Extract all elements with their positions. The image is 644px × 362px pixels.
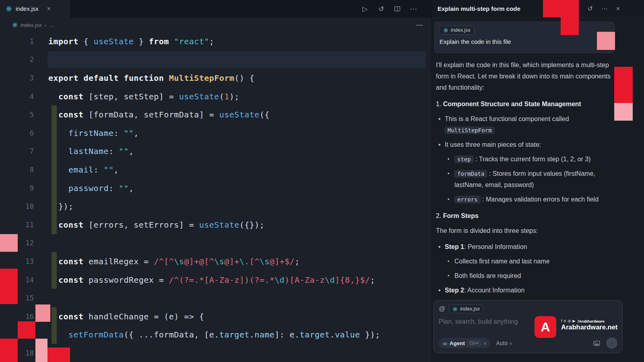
code-line[interactable]: 12 [0,234,431,253]
line-number: 1 [0,32,34,51]
mention-icon[interactable]: @ [439,305,445,313]
code-line[interactable]: 17 setFormData({ ...formData, [e.target.… [0,326,431,344]
code-line[interactable]: 4 const [step, setStep] = useState(1); [0,87,431,106]
caret-down-icon: ∨ [509,341,512,346]
code-line[interactable]: 13 const emailRegex = /^[^\s@]+@[^\s@]+\… [0,252,431,271]
line-number: 9 [0,179,34,197]
editor-toolbar: ▷ ↺ ⋯ [361,0,431,18]
editor-pane: index.jsx × ▷ ↺ ⋯ index.jsx › … — 1impor… [0,0,431,362]
code-text: lastName: "", [48,142,134,161]
code-text: const emailRegex = /^[^\s@]+@[^\s@]+\.[^… [48,252,300,271]
line-number: 4 [0,87,34,106]
line-number: 17 [0,326,34,344]
youtube-icon: ▶ [572,319,575,323]
user-message-card: index.jsx Explain the code in this file [434,22,615,53]
code-text: firstName: "", [48,124,139,142]
chevron-right-icon: › [45,22,47,28]
composer-actions-row: ∞ Agent Ctrl+I ∧ Auto ∨ ↑ [439,337,617,349]
code-line[interactable]: 9 password: "", [0,179,431,197]
line-number: 6 [0,124,34,142]
app-window: index.jsx × ▷ ↺ ⋯ index.jsx › … — 1impor… [0,0,644,362]
brand-handle: /Arabhardware [578,319,605,323]
code-line[interactable]: 11 const [errors, setErrors] = useState(… [0,216,431,234]
line-number: 13 [0,252,34,271]
model-selector[interactable]: Auto ∨ [496,340,512,346]
code-line[interactable]: 15 [0,289,431,307]
react-icon [6,6,12,12]
code-text: const passwordRegex = /^(?=.*[A-Za-z])(?… [48,271,375,289]
image-icon[interactable] [593,339,601,347]
line-number: 10 [0,197,34,216]
react-icon [443,28,448,33]
code-line[interactable]: 14 const passwordRegex = /^(?=.*[A-Za-z]… [0,271,431,289]
line-number: 16 [0,307,34,326]
code-text: const handleChange = (e) => { [48,307,204,326]
code-line[interactable]: 6 firstName: "", [0,124,431,142]
breadcrumb[interactable]: index.jsx › … [0,18,431,32]
fold-icon[interactable]: — [416,18,423,32]
brand-text: f X ◎ ▶ /Arabhardware Arabhardware.net [561,316,617,331]
line-number: 18 [0,344,34,362]
inline-code-chip: errors [454,196,481,203]
agent-mode-selector[interactable]: ∞ Agent Ctrl+I ∧ [439,338,490,348]
code-line[interactable]: 1import { useState } from "react"; [0,32,431,51]
model-label: Auto [496,340,508,346]
context-file-chip[interactable]: index.jsx [449,304,483,313]
code-line[interactable]: 10 }); [0,197,431,216]
x-icon: X [564,319,566,323]
response-heading: 1. Component Structure and State Managem… [436,99,620,110]
line-number: 8 [0,160,34,179]
agent-shortcut: Ctrl+I [467,341,481,346]
file-chip[interactable]: index.jsx [440,26,474,35]
response-bullet: This is a React functional component cal… [436,113,620,136]
code-line[interactable]: 7 lastName: "", [0,142,431,161]
response-bullet: Step 1: Personal Information [436,241,620,253]
breadcrumb-more[interactable]: … [49,22,55,28]
code-text: const [errors, setErrors] = useState({})… [48,216,264,234]
code-text: const [step, setStep] = useState(1); [48,87,239,106]
infinity-icon: ∞ [443,340,447,347]
arabhardware-logo: A [535,316,556,338]
close-tab-icon[interactable]: × [47,5,51,13]
code-editor[interactable]: 1import { useState } from "react";23expo… [0,32,431,362]
chat-title: Explain multi-step form code [438,5,520,12]
code-line[interactable]: 8 email: "", [0,160,431,179]
send-button[interactable]: ↑ [606,337,617,349]
line-number: 11 [0,216,34,234]
code-line[interactable]: 3export default function MultiStepForm()… [0,69,431,87]
chat-header: Explain multi-step form code ↺ ⋯ × [432,0,644,18]
chat-more-icon[interactable]: ⋯ [601,5,608,12]
code-text: export default function MultiStepForm() … [48,69,254,87]
response-bullet: errors : Manages validation errors for e… [436,194,620,205]
breadcrumb-file[interactable]: index.jsx [21,22,42,28]
tab-label: index.jsx [16,6,38,12]
arabhardware-watermark: A f X ◎ ▶ /Arabhardware Arabhardware.net [535,316,617,338]
response-bullet: Collects first name and last name [436,256,620,267]
line-number: 5 [0,105,34,124]
agent-label: Agent [450,340,465,346]
inline-code-chip: MultiStepForm [445,127,495,134]
response-paragraph: The form is divided into three steps: [436,225,620,237]
chat-history-icon[interactable]: ↺ [587,5,592,12]
code-text: email: "", [48,160,119,179]
response-bullet: formData : Stores form input values (fir… [436,168,620,191]
chat-close-icon[interactable]: × [616,5,620,12]
brand-socials: f X ◎ ▶ /Arabhardware [561,319,617,323]
line-number: 12 [0,234,34,253]
history-icon[interactable]: ↺ [378,5,385,12]
code-line[interactable]: 5 const [formData, setFormData] = useSta… [0,105,431,124]
code-line[interactable]: 18 [0,344,431,362]
line-number: 2 [0,51,34,69]
code-line[interactable]: 16 const handleChange = (e) => { [0,307,431,326]
code-text: setFormData({ ...formData, [e.target.nam… [48,326,380,344]
response-bullet: It uses three main pieces of state: [436,139,620,150]
more-actions-icon[interactable]: ⋯ [410,5,417,12]
facebook-icon: f [561,319,562,323]
assistant-response: I'll explain the code in this file, whic… [436,60,620,299]
code-text: password: "", [48,179,134,197]
response-paragraph: I'll explain the code in this file, whic… [436,60,620,93]
split-editor-icon[interactable] [394,5,401,12]
run-icon[interactable]: ▷ [361,5,369,12]
code-line[interactable]: 2 [0,51,431,69]
tab-index-jsx[interactable]: index.jsx × [0,0,71,18]
